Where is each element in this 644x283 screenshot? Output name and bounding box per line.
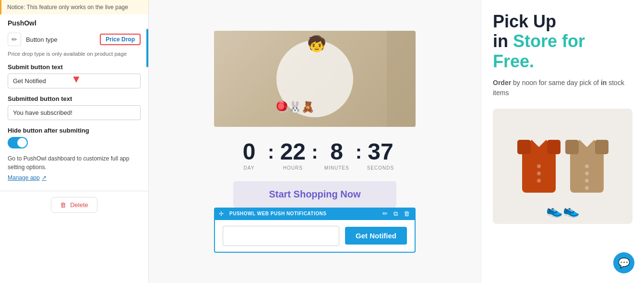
pushowl-toolbar: ✢ PUSHOWL WEB PUSH NOTIFICATIONS ✏ ⧉ 🗑 bbox=[214, 208, 416, 220]
pushowl-copy-icon[interactable]: ⧉ bbox=[393, 210, 399, 218]
seconds-number: 37 bbox=[368, 140, 393, 163]
svg-point-13 bbox=[585, 179, 589, 183]
heading-line1: Pick Up bbox=[493, 12, 556, 31]
divider bbox=[0, 191, 148, 191]
separator-2: : bbox=[310, 141, 320, 162]
svg-point-4 bbox=[537, 164, 541, 168]
submitted-button-label: Submitted button text bbox=[0, 95, 148, 105]
submitted-button-input[interactable] bbox=[8, 105, 141, 120]
curtain-decoration bbox=[387, 31, 416, 127]
days-number: 0 bbox=[243, 140, 256, 163]
promo-text: Go to PushOwl dashboard to customize ful… bbox=[0, 154, 148, 174]
countdown-minutes: 8 MINUTES bbox=[320, 140, 354, 171]
countdown-hours: 22 HOURS bbox=[276, 140, 310, 171]
minutes-number: 8 bbox=[330, 140, 343, 163]
heading-teal: Store for bbox=[513, 31, 585, 51]
get-notified-input[interactable] bbox=[223, 226, 339, 246]
chat-icon: 💬 bbox=[618, 257, 630, 269]
scrollbar[interactable] bbox=[146, 29, 148, 67]
chat-bubble[interactable]: 💬 bbox=[613, 252, 634, 273]
days-label: DAY bbox=[244, 165, 255, 171]
toys-decoration: 🪀🐰🧸 bbox=[275, 101, 314, 113]
button-type-row: ✏ Button type Price Drop bbox=[0, 31, 148, 50]
svg-rect-2 bbox=[517, 140, 531, 154]
svg-rect-10 bbox=[595, 140, 608, 154]
svg-rect-9 bbox=[565, 140, 579, 154]
trash-icon: 🗑 bbox=[60, 201, 66, 209]
drag-icon: ✢ bbox=[219, 210, 224, 217]
section-title: PushOwl bbox=[0, 19, 148, 31]
hide-button-toggle[interactable] bbox=[8, 137, 28, 148]
edit-icon[interactable]: ✏ bbox=[8, 33, 21, 46]
external-icon: ↗ bbox=[42, 174, 47, 181]
notice-text: Notice: This feature only works on the l… bbox=[7, 4, 128, 11]
svg-point-12 bbox=[585, 172, 589, 175]
countdown-days: 0 DAY bbox=[232, 140, 266, 171]
toggle-row bbox=[0, 137, 148, 154]
manage-app-link[interactable]: Manage app ↗ bbox=[0, 174, 148, 189]
left-panel: Notice: This feature only works on the l… bbox=[0, 0, 149, 283]
right-image-area: 👟👟 bbox=[493, 109, 632, 224]
seconds-label: SECONDS bbox=[367, 165, 394, 171]
svg-point-6 bbox=[537, 179, 541, 183]
subtext-body: by noon for same day pick of bbox=[511, 79, 601, 86]
minutes-label: MINUTES bbox=[324, 165, 349, 171]
svg-rect-0 bbox=[522, 149, 556, 193]
product-image: 🧒 🪀🐰🧸 bbox=[214, 31, 416, 127]
svg-point-14 bbox=[585, 186, 589, 190]
svg-point-5 bbox=[537, 172, 541, 175]
submit-button-input[interactable] bbox=[8, 74, 141, 88]
beige-onesie bbox=[565, 135, 608, 197]
pushowl-widget-body: Get Notified bbox=[214, 220, 416, 253]
shoes-decoration: 👟👟 bbox=[546, 202, 580, 218]
child-legs-decoration: 🧒 bbox=[307, 35, 326, 53]
subtext-order: Order bbox=[493, 79, 511, 86]
submit-button-label: Submit button text bbox=[0, 63, 148, 74]
notice-bar: Notice: This feature only works on the l… bbox=[0, 0, 148, 14]
hours-label: HOURS bbox=[283, 165, 303, 171]
start-shopping-button[interactable]: Start Shopping Now bbox=[233, 181, 396, 208]
right-panel: Pick Up in Store for Free. Order by noon… bbox=[481, 0, 644, 283]
pushowl-toolbar-title: PUSHOWL WEB PUSH NOTIFICATIONS bbox=[229, 211, 378, 216]
button-type-label: Button type bbox=[26, 36, 95, 43]
price-drop-badge[interactable]: Price Drop bbox=[100, 34, 141, 45]
right-heading: Pick Up in Store for Free. bbox=[493, 12, 632, 71]
pushowl-delete-icon[interactable]: 🗑 bbox=[403, 210, 411, 217]
svg-rect-3 bbox=[547, 140, 561, 154]
separator-3: : bbox=[354, 141, 364, 162]
countdown-seconds: 37 SECONDS bbox=[364, 140, 397, 171]
subtext-in: in bbox=[601, 79, 607, 86]
separator-1: : bbox=[266, 141, 276, 162]
pushowl-edit-icon[interactable]: ✏ bbox=[382, 210, 389, 217]
heading-line2: in Store for bbox=[493, 31, 585, 51]
svg-point-11 bbox=[585, 164, 589, 168]
hours-number: 22 bbox=[280, 140, 306, 163]
right-subtext: Order by noon for same day pick of in st… bbox=[493, 78, 632, 98]
countdown-row: 0 DAY : 22 HOURS : 8 MINUTES : 37 SECOND… bbox=[232, 140, 397, 171]
heading-free: Free. bbox=[493, 51, 534, 71]
hide-button-label: Hide button after submiting bbox=[0, 127, 148, 137]
center-panel: 🧒 🪀🐰🧸 0 DAY : 22 HOURS : 8 MINUTES : 37 … bbox=[149, 0, 481, 283]
pushowl-widget: ✢ PUSHOWL WEB PUSH NOTIFICATIONS ✏ ⧉ 🗑 G… bbox=[214, 208, 416, 253]
orange-onesie bbox=[517, 135, 561, 197]
clothes-visual bbox=[513, 130, 613, 202]
helper-text: Price drop type is only available on pro… bbox=[0, 50, 148, 63]
get-notified-button[interactable]: Get Notified bbox=[345, 227, 407, 245]
delete-button[interactable]: 🗑 Delete bbox=[51, 197, 97, 213]
